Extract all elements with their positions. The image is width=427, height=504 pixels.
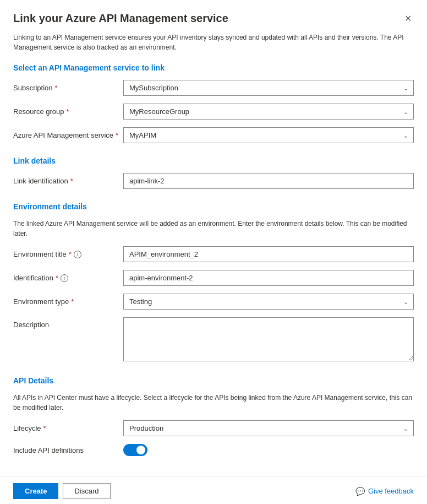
section-api-details: API Details All APIs in API Center must …	[13, 376, 414, 456]
feedback-label: Give feedback	[368, 487, 414, 495]
resource-group-select[interactable]: MyResourceGroup	[123, 104, 414, 120]
feedback-icon: 💬	[355, 487, 365, 496]
link-identification-label: Link identification *	[13, 177, 123, 185]
lifecycle-label: Lifecycle *	[13, 424, 123, 432]
environment-title-required: *	[69, 250, 72, 258]
api-details-info-text: All APIs in API Center must have a lifec…	[13, 393, 414, 413]
dialog: Link your Azure API Management service ✕…	[0, 0, 427, 504]
environment-type-select[interactable]: Testing Production Staging Development	[123, 294, 414, 310]
environment-title-input[interactable]	[123, 246, 414, 262]
resource-group-row: Resource group * MyResourceGroup ⌄	[13, 104, 414, 120]
apim-service-select-wrapper: MyAPIM ⌄	[123, 127, 414, 143]
identification-input[interactable]	[123, 270, 414, 286]
section-environment-details: Environment details The linked Azure API…	[13, 202, 414, 363]
resource-group-control: MyResourceGroup ⌄	[123, 104, 414, 120]
resource-group-label: Resource group *	[13, 107, 123, 116]
subscription-required: *	[55, 84, 58, 92]
create-button[interactable]: Create	[13, 483, 58, 499]
environment-type-row: Environment type * Testing Production St…	[13, 294, 414, 310]
section-link-details-title: Link details	[13, 156, 414, 165]
environment-title-label: Environment title * i	[13, 250, 123, 258]
environment-type-select-wrapper: Testing Production Staging Development ⌄	[123, 294, 414, 310]
lifecycle-row: Lifecycle * Production Design Developmen…	[13, 420, 414, 436]
environment-type-control: Testing Production Staging Development ⌄	[123, 294, 414, 310]
discard-button[interactable]: Discard	[63, 483, 110, 499]
description-label: Description	[13, 317, 123, 329]
description-control	[123, 317, 414, 363]
environment-title-control	[123, 246, 414, 262]
subscription-row: Subscription * MySubscription ⌄	[13, 80, 414, 96]
section-environment-title: Environment details	[13, 202, 414, 211]
lifecycle-select-wrapper: Production Design Development Testing Pr…	[123, 420, 414, 436]
environment-title-row: Environment title * i	[13, 246, 414, 262]
toggle-track	[123, 444, 147, 456]
dialog-title: Link your Azure API Management service	[13, 12, 228, 25]
apim-service-select[interactable]: MyAPIM	[123, 127, 414, 143]
subscription-select[interactable]: MySubscription	[123, 80, 414, 96]
section-select-service: Select an API Management service to link…	[13, 63, 414, 143]
intro-text: Linking to an API Management service ens…	[13, 32, 414, 52]
include-definitions-label: Include API definitions	[13, 446, 123, 454]
lifecycle-control: Production Design Development Testing Pr…	[123, 420, 414, 436]
identification-row: Identification * i	[13, 270, 414, 286]
description-row: Description	[13, 317, 414, 363]
subscription-label: Subscription *	[13, 84, 123, 92]
environment-type-label: Environment type *	[13, 297, 123, 306]
section-api-details-title: API Details	[13, 376, 414, 385]
link-identification-input[interactable]	[123, 173, 414, 189]
section-select-service-title: Select an API Management service to link	[13, 63, 414, 72]
identification-info-icon: i	[61, 274, 68, 282]
close-button[interactable]: ✕	[402, 11, 414, 26]
identification-required: *	[56, 274, 58, 282]
resource-group-required: *	[67, 107, 69, 116]
include-definitions-control	[123, 444, 414, 456]
dialog-header: Link your Azure API Management service ✕	[0, 0, 427, 32]
lifecycle-select[interactable]: Production Design Development Testing Pr…	[123, 420, 414, 436]
link-identification-row: Link identification *	[13, 173, 414, 189]
apim-service-control: MyAPIM ⌄	[123, 127, 414, 143]
apim-service-label: Azure API Management service *	[13, 131, 123, 139]
subscription-control: MySubscription ⌄	[123, 80, 414, 96]
toggle-thumb	[136, 446, 145, 454]
apim-service-row: Azure API Management service * MyAPIM ⌄	[13, 127, 414, 143]
identification-label: Identification * i	[13, 274, 123, 282]
include-definitions-toggle-wrapper	[123, 444, 414, 456]
link-identification-required: *	[70, 177, 73, 185]
environment-title-info-icon: i	[74, 251, 81, 258]
include-definitions-row: Include API definitions	[13, 444, 414, 456]
close-icon: ✕	[404, 13, 412, 24]
environment-type-required: *	[71, 297, 74, 306]
include-definitions-toggle[interactable]	[123, 444, 147, 456]
environment-info-text: The linked Azure API Management service …	[13, 219, 414, 239]
dialog-footer: Create Discard 💬 Give feedback	[0, 476, 427, 504]
description-textarea[interactable]	[123, 317, 414, 361]
subscription-select-wrapper: MySubscription ⌄	[123, 80, 414, 96]
feedback-link[interactable]: 💬 Give feedback	[355, 487, 414, 496]
footer-actions: Create Discard	[13, 483, 111, 499]
identification-control	[123, 270, 414, 286]
resource-group-select-wrapper: MyResourceGroup ⌄	[123, 104, 414, 120]
lifecycle-required: *	[43, 424, 46, 432]
apim-service-required: *	[116, 131, 118, 139]
dialog-body: Linking to an API Management service ens…	[0, 32, 427, 476]
link-identification-control	[123, 173, 414, 189]
section-link-details: Link details Link identification *	[13, 156, 414, 189]
